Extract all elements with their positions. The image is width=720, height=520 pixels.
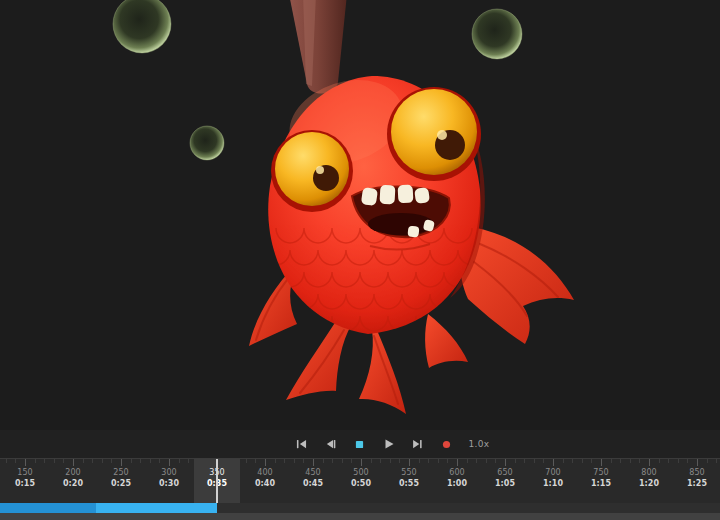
ruler-tick-minor — [486, 459, 487, 463]
stop-button[interactable] — [349, 434, 371, 454]
timeline-marker-label: 7501:15 — [591, 468, 611, 490]
ruler-tick-minor — [582, 459, 583, 463]
timeline-ruler[interactable]: 350 0:35 1500:152000:202500:253000:30400… — [0, 458, 720, 503]
ruler-tick-minor — [111, 459, 112, 463]
ruler-tick-minor — [294, 459, 295, 463]
next-frame-button[interactable] — [407, 434, 429, 454]
ruler-tick-minor — [275, 459, 276, 463]
timeline-marker-label: 2500:25 — [111, 468, 131, 490]
ruler-tick-minor — [44, 459, 45, 463]
ruler-tick-minor — [380, 459, 381, 463]
timeline-marker-label: 4000:40 — [255, 468, 275, 490]
seek-bar[interactable] — [0, 503, 720, 513]
ruler-tick-minor — [611, 459, 612, 463]
ruler-tick-minor — [476, 459, 477, 463]
ruler-tick-minor — [188, 459, 189, 463]
previous-frame-button[interactable] — [320, 434, 342, 454]
ruler-tick-major — [169, 459, 170, 466]
ruler-tick-minor — [678, 459, 679, 463]
bubble — [472, 9, 522, 59]
bottom-bar — [0, 513, 720, 520]
ruler-tick-minor — [630, 459, 631, 463]
ruler-tick-minor — [35, 459, 36, 463]
ruler-tick-minor — [524, 459, 525, 463]
ruler-tick-minor — [659, 459, 660, 463]
animation-player-window: 1.0x 350 0:35 1500:152000:202500:253000:… — [0, 0, 720, 520]
ruler-tick-major — [121, 459, 122, 466]
ruler-tick-minor — [399, 459, 400, 463]
ruler-tick-major — [649, 459, 650, 466]
ruler-tick-minor — [543, 459, 544, 463]
ruler-tick-minor — [390, 459, 391, 463]
timeline-marker-label: 2000:20 — [63, 468, 83, 490]
ruler-tick-minor — [467, 459, 468, 463]
ruler-tick-minor — [351, 459, 352, 463]
ruler-tick-major — [25, 459, 26, 466]
ruler-tick-major — [265, 459, 266, 466]
playback-speed-label[interactable]: 1.0x — [469, 439, 490, 449]
ruler-tick-major — [505, 459, 506, 466]
fish-character — [249, 0, 574, 414]
cone-hat-icon — [289, 0, 347, 94]
ruler-tick-minor — [534, 459, 535, 463]
ruler-tick-minor — [515, 459, 516, 463]
ruler-tick-minor — [419, 459, 420, 463]
ruler-tick-minor — [668, 459, 669, 463]
ruler-tick-major — [457, 459, 458, 466]
skip-to-start-button[interactable] — [291, 434, 313, 454]
timeline-marker-label: 6501:05 — [495, 468, 515, 490]
ruler-tick-minor — [15, 459, 16, 463]
seek-bar-progress — [0, 503, 217, 513]
ruler-tick-minor — [255, 459, 256, 463]
ruler-tick-minor — [716, 459, 717, 463]
ruler-tick-minor — [54, 459, 55, 463]
bubble — [113, 0, 171, 53]
ruler-tick-minor — [639, 459, 640, 463]
play-button[interactable] — [378, 434, 400, 454]
timeline-marker-label: 1500:15 — [15, 468, 35, 490]
ruler-tick-minor — [332, 459, 333, 463]
ruler-tick-minor — [179, 459, 180, 463]
bubble — [190, 126, 224, 160]
timeline-marker-label: 5500:55 — [399, 468, 419, 490]
seek-bar-progress-bright — [96, 503, 217, 513]
ruler-tick-minor — [563, 459, 564, 463]
ruler-tick-major — [409, 459, 410, 466]
ruler-tick-minor — [159, 459, 160, 463]
ruler-tick-major — [313, 459, 314, 466]
ruler-tick-major — [73, 459, 74, 466]
playback-controls-bar: 1.0x — [0, 430, 720, 458]
playhead-line[interactable] — [216, 459, 218, 503]
timeline-marker-label: 3000:30 — [159, 468, 179, 490]
right-eye — [387, 87, 481, 181]
ruler-tick-minor — [92, 459, 93, 463]
record-button[interactable] — [436, 434, 458, 454]
preview-stage — [0, 0, 720, 430]
ruler-tick-minor — [342, 459, 343, 463]
timeline-marker-label: 6001:00 — [447, 468, 467, 490]
timeline-marker-label: 4500:45 — [303, 468, 323, 490]
ruler-tick-minor — [495, 459, 496, 463]
ruler-tick-minor — [572, 459, 573, 463]
ruler-tick-minor — [102, 459, 103, 463]
ruler-tick-minor — [140, 459, 141, 463]
ruler-tick-minor — [284, 459, 285, 463]
ruler-tick-minor — [150, 459, 151, 463]
transport-button-group: 1.0x — [291, 434, 490, 454]
timeline-marker-label: 5000:50 — [351, 468, 371, 490]
ruler-tick-minor — [707, 459, 708, 463]
ruler-tick-minor — [6, 459, 7, 463]
ruler-tick-minor — [323, 459, 324, 463]
ruler-tick-minor — [371, 459, 372, 463]
ruler-tick-minor — [438, 459, 439, 463]
ruler-tick-minor — [591, 459, 592, 463]
left-eye — [271, 130, 353, 212]
ruler-tick-major — [361, 459, 362, 466]
timeline-marker-label: 8001:20 — [639, 468, 659, 490]
ruler-tick-minor — [83, 459, 84, 463]
stage-artwork — [0, 0, 720, 430]
ruler-tick-minor — [131, 459, 132, 463]
ruler-tick-minor — [428, 459, 429, 463]
timeline-marker-label: 7001:10 — [543, 468, 563, 490]
ruler-tick-minor — [447, 459, 448, 463]
